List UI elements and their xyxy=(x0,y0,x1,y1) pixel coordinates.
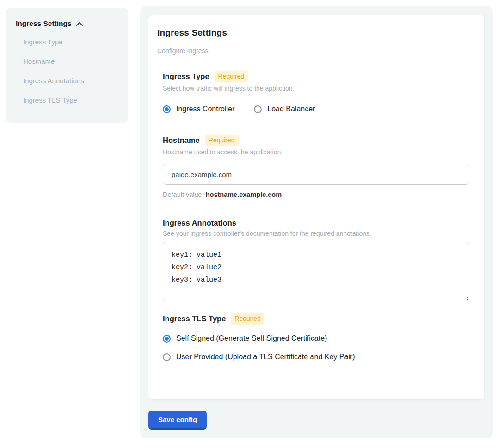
save-config-button[interactable]: Save config xyxy=(148,411,207,430)
card-title: Ingress Settings xyxy=(157,28,469,38)
hostname-default-note: Default value: hostname.example.com xyxy=(163,191,469,198)
ingress-annotations-textarea[interactable]: key1: value1 key2: value2 key3: value3 xyxy=(163,242,469,301)
radio-self-signed[interactable]: Self Signed (Generate Self Signed Certif… xyxy=(163,334,469,343)
radio-user-provided[interactable]: User Provided (Upload a TLS Certificate … xyxy=(163,353,469,361)
radio-ingress-controller[interactable]: Ingress Controller xyxy=(163,105,234,113)
required-badge: Required xyxy=(205,135,239,146)
radio-button-icon xyxy=(163,335,171,343)
sidebar-item-ingress-type[interactable]: Ingress Type xyxy=(23,32,120,52)
radio-button-icon xyxy=(254,105,262,113)
radio-label: Self Signed (Generate Self Signed Certif… xyxy=(176,334,327,343)
sidebar-item-ingress-tls-type[interactable]: Ingress TLS Type xyxy=(23,91,120,110)
card-subtitle: Configure Ingress xyxy=(157,47,469,55)
main-panel: Ingress Settings Configure Ingress Ingre… xyxy=(140,6,493,438)
ingress-type-label: Ingress Type xyxy=(163,72,209,81)
form-sections: Ingress Type Required Select how traffic… xyxy=(163,71,469,361)
ingress-annotations-label: Ingress Annotations xyxy=(163,219,236,227)
chevron-up-icon xyxy=(76,21,83,26)
sidebar-item-ingress-annotations[interactable]: Ingress Annotations xyxy=(23,71,120,91)
sidebar-item-list: Ingress Type Hostname Ingress Annotation… xyxy=(23,32,120,110)
sidebar-item-hostname[interactable]: Hostname xyxy=(23,52,120,71)
default-value-label: Default value: xyxy=(163,191,204,198)
section-ingress-type: Ingress Type Required Select how traffic… xyxy=(163,71,469,113)
radio-label: Load Balancer xyxy=(267,105,315,113)
settings-card: Ingress Settings Configure Ingress Ingre… xyxy=(148,15,484,399)
sidebar-section-toggle[interactable]: Ingress Settings xyxy=(16,19,120,28)
ingress-type-helper: Select how traffic will ingress to the a… xyxy=(163,85,469,92)
radio-label: User Provided (Upload a TLS Certificate … xyxy=(176,353,355,361)
sidebar-title: Ingress Settings xyxy=(16,19,72,28)
radio-label: Ingress Controller xyxy=(176,105,234,113)
ingress-tls-type-label: Ingress TLS Type xyxy=(163,314,226,323)
hostname-input[interactable] xyxy=(163,164,469,185)
required-badge: Required xyxy=(215,71,248,82)
radio-button-icon xyxy=(163,353,171,361)
required-badge: Required xyxy=(231,313,264,325)
sidebar: Ingress Settings Ingress Type Hostname I… xyxy=(6,8,128,123)
radio-load-balancer[interactable]: Load Balancer xyxy=(254,105,315,113)
section-hostname: Hostname Required Hostname used to acces… xyxy=(163,135,469,198)
section-ingress-tls-type: Ingress TLS Type Required Self Signed (G… xyxy=(163,313,469,361)
ingress-type-options: Ingress Controller Load Balancer xyxy=(163,105,469,113)
hostname-label: Hostname xyxy=(163,136,200,145)
section-ingress-annotations: Ingress Annotations See your ingress con… xyxy=(163,219,469,301)
default-value-text: hostname.example.com xyxy=(206,191,282,198)
hostname-helper: Hostname used to access the application. xyxy=(163,148,469,156)
radio-button-icon xyxy=(163,105,171,113)
ingress-annotations-helper: See your ingress controller's documentat… xyxy=(163,230,469,237)
ingress-tls-type-options: Self Signed (Generate Self Signed Certif… xyxy=(163,334,469,361)
